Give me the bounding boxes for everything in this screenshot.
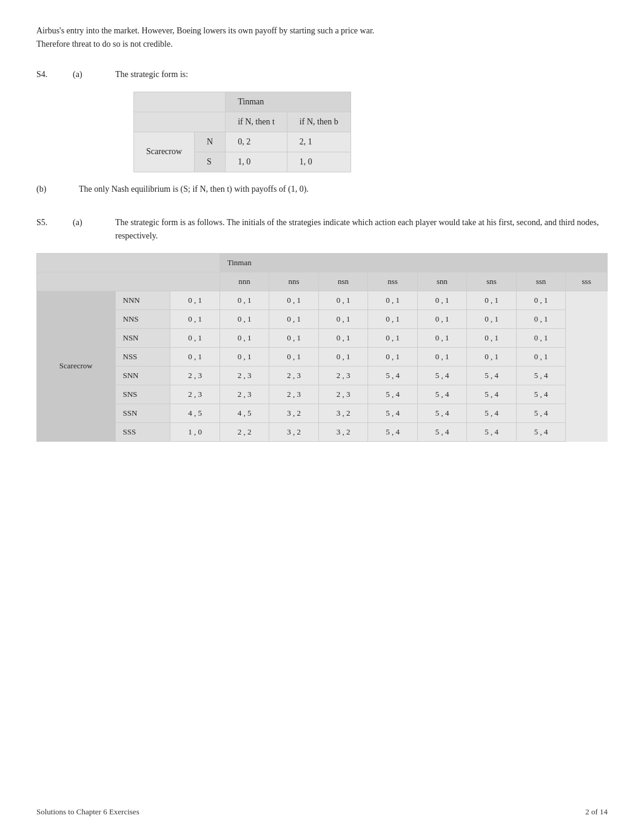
row-strategy-label: NSS — [115, 347, 170, 366]
s5-tinman-header: Tinman — [220, 253, 607, 272]
table-cell: 0 , 1 — [170, 347, 220, 366]
table-cell: 5 , 4 — [417, 404, 467, 422]
table-row: SSS1 , 02 , 23 , 23 , 25 , 45 , 45 , 45 … — [37, 422, 608, 441]
s4-partb-text: The only Nash equilibrium is (S; if N, t… — [79, 184, 309, 194]
table-cell: 0 , 1 — [220, 291, 269, 309]
table-row: ScarecrowNNN0 , 10 , 10 , 10 , 10 , 10 ,… — [37, 291, 608, 309]
col-header-nnn: nnn — [220, 272, 269, 291]
table-row: SNS2 , 32 , 32 , 32 , 35 , 45 , 45 , 45 … — [37, 385, 608, 404]
row-strategy-label: SSS — [115, 422, 170, 441]
s4-row1-col2: 2, 1 — [287, 132, 351, 152]
table-cell: 0 , 1 — [417, 309, 467, 328]
table-cell: 5 , 4 — [467, 385, 517, 404]
table-cell: 0 , 1 — [467, 347, 517, 366]
table-cell: 4 , 5 — [170, 404, 220, 422]
s4-tinman-header: Tinman — [226, 92, 351, 112]
s5-header: S5. (a) The strategic form is as follows… — [36, 216, 608, 243]
s4-partb: (b) The only Nash equilibrium is (S; if … — [36, 184, 608, 194]
table-cell: 0 , 1 — [170, 309, 220, 328]
s4-col2-header: if N, then b — [287, 112, 351, 132]
table-cell: 0 , 1 — [417, 291, 467, 309]
s4-partb-label: (b) — [36, 184, 67, 194]
table-cell: 0 , 1 — [467, 291, 517, 309]
s5-label: S5. — [36, 216, 61, 243]
s5-parta-label: (a) — [73, 216, 103, 243]
table-cell: 2 , 3 — [318, 385, 368, 404]
col-header-sss: sss — [566, 272, 608, 291]
table-row: SSN4 , 54 , 53 , 23 , 25 , 45 , 45 , 45 … — [37, 404, 608, 422]
table-cell: 2 , 3 — [269, 385, 319, 404]
table-cell: 0 , 1 — [220, 347, 269, 366]
table-cell: 0 , 1 — [516, 309, 566, 328]
table-cell: 3 , 2 — [318, 404, 368, 422]
table-cell: 3 , 2 — [318, 422, 368, 441]
table-cell: 5 , 4 — [516, 366, 566, 385]
row-strategy-label: SSN — [115, 404, 170, 422]
table-cell: 5 , 4 — [417, 385, 467, 404]
s4-row2-col2: 1, 0 — [287, 152, 351, 172]
table-cell: 0 , 1 — [368, 291, 418, 309]
s4-table-container: Tinman if N, then t if N, then b Scarecr… — [133, 92, 608, 172]
row-strategy-label: NNN — [115, 291, 170, 309]
table-cell: 2 , 3 — [170, 385, 220, 404]
intro-line1: Airbus's entry into the market. However,… — [36, 24, 608, 38]
s4-row1-col1: 0, 2 — [226, 132, 287, 152]
table-cell: 0 , 1 — [170, 328, 220, 347]
s5-section: S5. (a) The strategic form is as follows… — [36, 216, 608, 442]
table-cell: 0 , 1 — [269, 309, 319, 328]
s4-row2-col1: 1, 0 — [226, 152, 287, 172]
table-cell: 0 , 1 — [269, 291, 319, 309]
table-cell: 0 , 1 — [220, 309, 269, 328]
table-row: SNN2 , 32 , 32 , 32 , 35 , 45 , 45 , 45 … — [37, 366, 608, 385]
s5-strategic-table: Tinman nnnnnsnsnnsssnnsnsssnsss Scarecro… — [36, 253, 608, 442]
s4-row2-strategy: S — [195, 152, 226, 172]
table-cell: 4 , 5 — [220, 404, 269, 422]
table-cell: 0 , 1 — [318, 328, 368, 347]
row-strategy-label: NSN — [115, 328, 170, 347]
row-strategy-label: NNS — [115, 309, 170, 328]
table-row: NSN0 , 10 , 10 , 10 , 10 , 10 , 10 , 10 … — [37, 328, 608, 347]
footer-left: Solutions to Chapter 6 Exercises — [36, 807, 139, 817]
table-cell: 0 , 1 — [516, 347, 566, 366]
table-cell: 2 , 2 — [220, 422, 269, 441]
table-cell: 5 , 4 — [516, 422, 566, 441]
table-cell: 5 , 4 — [368, 366, 418, 385]
footer: Solutions to Chapter 6 Exercises 2 of 14 — [36, 807, 608, 817]
table-cell: 3 , 2 — [269, 422, 319, 441]
s4-row1-strategy: N — [195, 132, 226, 152]
table-cell: 0 , 1 — [318, 347, 368, 366]
table-cell: 0 , 1 — [516, 291, 566, 309]
table-cell: 0 , 1 — [368, 328, 418, 347]
footer-right: 2 of 14 — [585, 807, 608, 817]
s4-col1-header: if N, then t — [226, 112, 287, 132]
table-cell: 5 , 4 — [467, 404, 517, 422]
table-cell: 3 , 2 — [269, 404, 319, 422]
table-cell: 0 , 1 — [220, 328, 269, 347]
s4-parta-label: (a) — [73, 70, 103, 79]
table-cell: 5 , 4 — [417, 422, 467, 441]
table-cell: 5 , 4 — [467, 422, 517, 441]
table-cell: 0 , 1 — [318, 309, 368, 328]
table-cell: 2 , 3 — [269, 366, 319, 385]
s5-parta-text: The strategic form is as follows. The in… — [115, 216, 608, 243]
intro-paragraph: Airbus's entry into the market. However,… — [36, 24, 608, 52]
s4-section: S4. (a) The strategic form is: Tinman if… — [36, 70, 608, 194]
s4-label: S4. — [36, 70, 61, 79]
col-header-ssn: ssn — [516, 272, 566, 291]
s4-parta-text: The strategic form is: — [115, 70, 608, 79]
s4-scarecrow-label: Scarecrow — [134, 132, 195, 172]
table-cell: 2 , 3 — [220, 385, 269, 404]
table-cell: 2 , 3 — [318, 366, 368, 385]
row-strategy-label: SNS — [115, 385, 170, 404]
table-cell: 5 , 4 — [368, 385, 418, 404]
table-cell: 1 , 0 — [170, 422, 220, 441]
table-cell: 0 , 1 — [467, 309, 517, 328]
s4-strategic-table: Tinman if N, then t if N, then b Scarecr… — [133, 92, 351, 172]
table-cell: 5 , 4 — [516, 404, 566, 422]
table-cell: 0 , 1 — [170, 291, 220, 309]
table-row: NSS0 , 10 , 10 , 10 , 10 , 10 , 10 , 10 … — [37, 347, 608, 366]
s5-table-container: Tinman nnnnnsnsnnsssnnsnsssnsss Scarecro… — [36, 253, 608, 442]
table-cell: 0 , 1 — [318, 291, 368, 309]
table-cell: 5 , 4 — [368, 404, 418, 422]
col-header-snn: snn — [417, 272, 467, 291]
